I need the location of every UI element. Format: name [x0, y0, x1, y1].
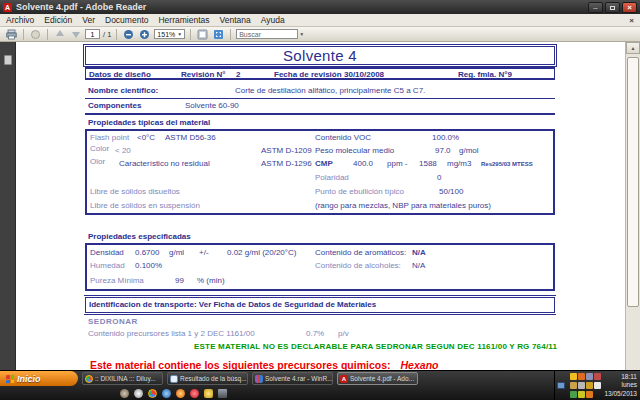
task-button-search-result[interactable]: Resultado de la búsq...: [167, 372, 248, 385]
opera-icon[interactable]: [190, 389, 199, 398]
close-document-icon[interactable]: ×: [629, 16, 634, 25]
purity-value: 99: [175, 276, 184, 285]
menu-documento[interactable]: Documento: [105, 15, 148, 25]
tray-key-icon[interactable]: [570, 373, 577, 380]
moisture-label: Humedad: [90, 261, 125, 270]
transport-identification-box: Identificacion de transporte: Ver Ficha …: [85, 297, 555, 313]
menu-herramientas[interactable]: Herramientas: [158, 15, 209, 25]
purity-unit: % (min): [197, 276, 225, 285]
cmp-value-2: 1588: [419, 159, 437, 168]
menu-edicion[interactable]: Edición: [44, 15, 72, 25]
titlebar: A Solvente 4.pdf - Adobe Reader – ×: [0, 0, 640, 14]
tray-battery-icon[interactable]: [594, 382, 601, 389]
tray-antivirus-icon[interactable]: [594, 373, 601, 380]
scroll-up-icon[interactable]: ▲: [626, 42, 640, 54]
taskbar: Inicio :: DIXILINA ::: Diluy... Resultad…: [0, 370, 640, 400]
odor-value: Característico no residual: [119, 159, 210, 168]
tray-messenger-icon[interactable]: [570, 382, 577, 389]
density-plus-minus: +/-: [199, 248, 209, 257]
minimize-button[interactable]: –: [588, 2, 603, 13]
document-icon: [170, 375, 178, 383]
menu-ayuda[interactable]: Ayuda: [261, 15, 285, 25]
boiling-point-value: 50/100: [439, 187, 463, 196]
page-thumbnails-icon[interactable]: [4, 55, 12, 65]
tray-volume-icon[interactable]: [586, 382, 593, 389]
start-label: Inicio: [17, 374, 41, 384]
search-input[interactable]: [236, 29, 298, 39]
task-button-winrar[interactable]: Solvente 4.rar - WinR...: [252, 372, 333, 385]
design-data-row: Datos de diseño Revisión N° 2 Fecha de r…: [85, 67, 555, 80]
precursor-warning-text: Este material contiene los siguientes pr…: [90, 359, 391, 370]
density-tolerance: 0.02 g/ml (20/20°C): [227, 248, 296, 257]
cmp-label: CMP: [315, 159, 333, 168]
free-dissolved-solids: Libre de sólidos disueltos: [90, 187, 180, 196]
flash-point-value: <0°C: [137, 133, 155, 142]
winrar-icon: [255, 375, 263, 383]
clock-day: lunes: [604, 381, 637, 390]
zoom-level-value: 151%: [157, 31, 175, 38]
internet-explorer-icon[interactable]: [162, 389, 171, 398]
boiling-point-note: (rango para mezclas, NBP para materiales…: [315, 201, 491, 210]
menu-ver[interactable]: Ver: [82, 15, 95, 25]
pdf-file-icon: A: [3, 3, 12, 12]
chrome-launch-icon[interactable]: [148, 389, 157, 398]
aromatics-label: Contenido de aromáticos:: [315, 248, 406, 257]
page-display-icon[interactable]: [196, 28, 209, 40]
page-total-label: / 1: [103, 30, 111, 39]
tray-signal-icon[interactable]: [578, 382, 585, 389]
molecular-weight-label: Peso molecular medio: [315, 146, 394, 155]
molecular-weight-value: 97.0: [435, 146, 451, 155]
tray-network-icon[interactable]: [557, 382, 565, 389]
tray-icons: [570, 373, 601, 399]
zoom-out-icon[interactable]: [122, 28, 135, 40]
scrollbar-thumb[interactable]: [627, 57, 639, 307]
taskbar-clock[interactable]: 18:11 lunes 13/05/2013: [604, 373, 637, 399]
typical-properties-header: Propiedades típicas del material: [88, 118, 210, 127]
doc-title-box: Solvente 4: [85, 46, 555, 65]
tray-sync-icon[interactable]: [570, 391, 577, 398]
next-page-icon[interactable]: [69, 28, 82, 40]
tray-display-icon[interactable]: [586, 373, 593, 380]
chrome-icon: [85, 375, 93, 383]
alcohols-label: Contenido de alcoholes:: [315, 261, 401, 270]
firefox-icon[interactable]: [176, 389, 185, 398]
density-label: Densidad: [90, 248, 124, 257]
menu-archivo[interactable]: Archivo: [6, 15, 34, 25]
keys-icon[interactable]: [204, 389, 213, 398]
task-button-adobe-reader[interactable]: A Solvente 4.pdf - Ado...: [337, 372, 418, 385]
density-unit: g/ml: [169, 248, 184, 257]
vertical-scrollbar[interactable]: ▲: [625, 42, 640, 370]
page-number-input[interactable]: [85, 29, 100, 39]
previous-page-icon[interactable]: [53, 28, 66, 40]
restore-button[interactable]: [605, 2, 620, 13]
close-button[interactable]: ×: [622, 2, 637, 13]
flash-point-method: ASTM D56-36: [165, 133, 216, 142]
zoom-level-dropdown[interactable]: 151% ▼: [154, 29, 185, 39]
print-icon[interactable]: [5, 28, 18, 40]
chevron-down-icon: ▼: [177, 31, 182, 37]
task-label: Resultado de la búsq...: [180, 375, 247, 382]
tray-security-icon[interactable]: [586, 391, 593, 398]
tray-language-icon[interactable]: [578, 391, 585, 398]
show-desktop-quick-icon[interactable]: [218, 389, 227, 398]
search-dropdown-icon[interactable]: ▼: [299, 31, 304, 37]
free-suspended-solids: Libre de sólidos en suspensión: [90, 201, 200, 210]
gimp-icon[interactable]: [120, 389, 129, 398]
menu-ventana[interactable]: Ventana: [220, 15, 251, 25]
tray-update-icon[interactable]: [578, 373, 585, 380]
molecular-weight-unit: g/mol: [459, 146, 479, 155]
moisture-value: 0.100%: [135, 261, 162, 270]
fullscreen-icon[interactable]: [212, 28, 225, 40]
zoom-in-icon[interactable]: [138, 28, 151, 40]
doc-title: Solvente 4: [283, 47, 357, 64]
precursors-value: 0.7%: [306, 329, 324, 338]
task-button-dixilina[interactable]: :: DIXILINA ::: Diluy...: [82, 372, 163, 385]
system-tray: 18:11 lunes 13/05/2013: [554, 371, 640, 400]
alcohols-value: N/A: [412, 261, 425, 270]
odor-method: ASTM D-1296: [261, 159, 312, 168]
utorrent-icon[interactable]: [134, 389, 143, 398]
attachment-icon[interactable]: [29, 28, 42, 40]
start-button[interactable]: Inicio: [0, 371, 78, 386]
clock-time: 18:11: [604, 373, 637, 382]
windows-logo-icon: [6, 374, 14, 383]
